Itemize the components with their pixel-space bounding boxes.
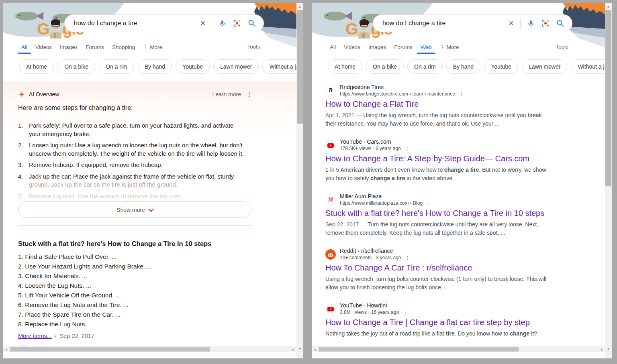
ai-step-text: Park safely: Pull over to a safe place, … xyxy=(29,122,246,138)
scroll-right-arrow[interactable] xyxy=(599,346,605,352)
result-title[interactable]: Stuck with a flat tire? here's How to Ch… xyxy=(325,208,590,218)
scroll-left-arrow[interactable] xyxy=(3,346,9,352)
tab-label: Web xyxy=(421,44,432,50)
result-tab[interactable]: Web xyxy=(421,44,432,50)
featured-step: 4. Loosen the Lug Nuts. ... xyxy=(18,281,152,291)
scroll-up-arrow[interactable] xyxy=(296,3,303,10)
ai-sparkle-icon xyxy=(18,91,25,98)
clear-icon[interactable] xyxy=(200,19,206,28)
browser-panel-left: G gle xyxy=(3,3,303,358)
refinement-chip[interactable]: Lawn mower xyxy=(522,59,567,74)
result-snippet: Nothing takes the joy out of a road trip… xyxy=(325,329,552,338)
browser-panel-right: G gle xyxy=(312,3,612,358)
refinement-chip[interactable]: Youtube xyxy=(176,59,210,74)
divider xyxy=(212,18,212,28)
result-title[interactable]: How to Change a Tire | Change a flat car… xyxy=(325,317,590,327)
vertical-scroll-thumb[interactable] xyxy=(297,10,303,124)
kebab-icon[interactable] xyxy=(405,145,410,152)
site-favicon xyxy=(325,249,336,260)
voice-search-icon[interactable] xyxy=(527,19,535,28)
more-items-link[interactable]: More items... xyxy=(18,333,52,339)
tabs-divider xyxy=(312,56,605,56)
result-snippet: 1 in 5 American drivers don't even know … xyxy=(325,166,552,182)
lens-icon[interactable] xyxy=(233,19,241,28)
search-input[interactable] xyxy=(373,20,509,27)
horizontal-scrollbar[interactable] xyxy=(312,346,605,352)
scroll-right-arrow[interactable] xyxy=(290,346,296,352)
kebab-icon[interactable] xyxy=(427,199,431,207)
kebab-icon[interactable] xyxy=(403,309,408,316)
result-tab[interactable]: All xyxy=(330,44,336,50)
tab-label: All xyxy=(330,44,336,50)
search-icon[interactable] xyxy=(556,19,565,28)
refinement-chip[interactable]: Without a jack xyxy=(571,59,605,74)
lens-icon[interactable] xyxy=(541,19,550,28)
show-more-button[interactable]: Show more xyxy=(18,201,251,218)
result-tabs: All Videos Images Forums xyxy=(330,44,605,54)
result-tab[interactable]: More xyxy=(440,44,459,50)
featured-step: 2. Use Your Hazard Lights and Parking Br… xyxy=(18,262,152,271)
featured-step: 6. Remove the Lug Nuts and the Tire. ... xyxy=(18,300,152,310)
vertical-scrollbar[interactable] xyxy=(296,3,303,352)
vertical-scrollbar[interactable] xyxy=(605,3,612,352)
scroll-up-arrow[interactable] xyxy=(605,3,612,10)
scroll-left-arrow[interactable] xyxy=(312,346,318,352)
result-source: Miller Auto Plaza xyxy=(340,193,431,199)
clear-icon[interactable] xyxy=(509,19,514,28)
result-snippet: Using a lug wrench, turn lug bolts count… xyxy=(325,275,552,291)
refinement-chip[interactable]: Without a jack xyxy=(262,59,296,74)
ai-step-text: Loosen lug nuts: Use a lug wrench to loo… xyxy=(29,141,246,158)
featured-snippet-heading: Stuck with a flat tire? here's How to Ch… xyxy=(18,240,211,248)
result-title[interactable]: How to Change a Flat Tire xyxy=(325,99,590,109)
result-title[interactable]: How To Change A Car Tire : r/selfrelianc… xyxy=(325,263,590,273)
learn-more-link[interactable]: Learn more xyxy=(212,91,241,98)
refinement-chip[interactable]: On a bike xyxy=(366,59,404,74)
result-tab[interactable]: Videos xyxy=(35,44,52,50)
result-tab[interactable]: Forums xyxy=(394,44,413,50)
result-tab[interactable]: Videos xyxy=(344,44,360,50)
result-url: https://www.millerautoplaza.com › Blog xyxy=(340,200,423,206)
result-tab[interactable]: Forums xyxy=(86,44,104,50)
result-tab[interactable]: Images xyxy=(60,44,78,50)
tab-label: Images xyxy=(60,44,78,50)
search-page-ai: G gle xyxy=(3,3,296,352)
featured-step: 1. Find a Safe Place to Pull Over. ... xyxy=(18,252,152,262)
refinement-chip[interactable]: By hand xyxy=(138,59,172,74)
tab-label: All xyxy=(21,44,27,50)
horizontal-scroll-thumb[interactable] xyxy=(10,347,210,352)
refinement-chip[interactable]: On a bike xyxy=(57,59,95,74)
result-title[interactable]: How to Change a Tire: A Step-by-Step Gui… xyxy=(325,154,590,164)
refinement-chip[interactable]: On a rim xyxy=(407,59,443,74)
tools-button[interactable]: Tools xyxy=(247,44,260,50)
scroll-down-arrow[interactable] xyxy=(296,346,303,352)
refinement-chip[interactable]: Lawn mower xyxy=(213,59,259,74)
kebab-icon[interactable] xyxy=(405,254,410,261)
refinement-chip[interactable]: By hand xyxy=(446,59,480,74)
result-source: Reddit · r/selfreliance xyxy=(340,248,410,254)
refinement-chip[interactable]: Youtube xyxy=(484,59,518,74)
result-tab[interactable]: Shopping xyxy=(112,44,135,50)
refinement-chip[interactable]: At home xyxy=(328,59,362,74)
kebab-icon[interactable] xyxy=(247,91,252,98)
result-tab[interactable]: Images xyxy=(368,44,386,50)
horizontal-scroll-thumb[interactable] xyxy=(319,347,519,352)
result-source: YouTube · Howdini xyxy=(340,302,408,309)
vertical-scroll-thumb[interactable] xyxy=(605,10,611,186)
scroll-down-arrow[interactable] xyxy=(605,346,612,352)
result-tab[interactable]: More xyxy=(143,44,162,50)
refinement-chip[interactable]: At home xyxy=(19,59,54,74)
logo-letter: G xyxy=(345,19,358,39)
horizontal-scrollbar[interactable] xyxy=(3,346,296,352)
search-result: Miller Auto Plaza https://www.millerauto… xyxy=(325,194,590,237)
site-favicon xyxy=(325,85,336,96)
voice-search-icon[interactable] xyxy=(218,19,227,28)
search-page-web: G gle xyxy=(312,3,605,352)
search-input[interactable] xyxy=(65,20,200,27)
site-favicon xyxy=(325,304,336,314)
refinement-chip[interactable]: On a rim xyxy=(99,59,134,74)
search-bar xyxy=(373,14,572,32)
search-icon[interactable] xyxy=(247,19,256,28)
result-tab[interactable]: All xyxy=(21,44,27,50)
tools-button[interactable]: Tools xyxy=(556,44,568,50)
kebab-icon[interactable] xyxy=(459,90,464,98)
